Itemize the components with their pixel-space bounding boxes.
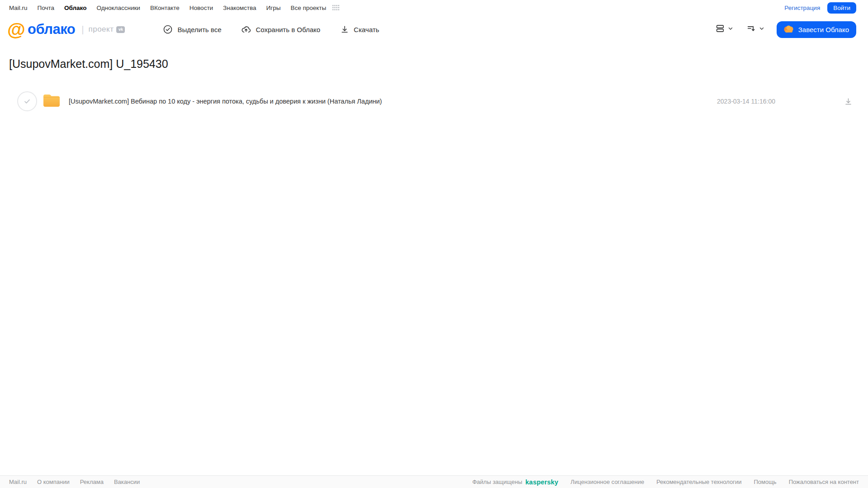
page-title: [UsupovMarket.com] U_195430 [9, 57, 868, 71]
file-name[interactable]: [UsupovMarket.com] Вебинар по 10 коду - … [69, 98, 382, 105]
cloud-logo[interactable]: @ облако | проект vk [7, 20, 125, 38]
select-all-button[interactable]: Выделить все [163, 24, 221, 34]
all-projects-grid-icon[interactable] [332, 5, 339, 10]
file-toolbar: Выделить все Сохранить в Облако Скачать [163, 24, 379, 34]
create-cloud-button[interactable]: Завести Облако [777, 21, 856, 38]
row-checkbox[interactable] [17, 91, 37, 111]
topbar-link-mail[interactable]: Почта [38, 5, 55, 11]
vk-badge-icon: vk [116, 26, 125, 33]
save-to-cloud-label: Сохранить в Облако [256, 26, 320, 33]
cloud-upload-icon [241, 24, 251, 34]
sort-icon [746, 24, 756, 35]
portal-topbar: Mail.ru Почта Облако Одноклассники ВКонт… [0, 0, 868, 15]
footer: Mail.ru О компании Реклама Вакансии Файл… [0, 475, 868, 488]
topbar-link-dating[interactable]: Знакомства [223, 5, 256, 11]
select-all-label: Выделить все [177, 26, 221, 33]
topbar-link-games[interactable]: Игры [266, 5, 281, 11]
file-row[interactable]: [UsupovMarket.com] Вебинар по 10 коду - … [0, 89, 868, 114]
folder-icon [43, 93, 61, 110]
footer-link-jobs[interactable]: Вакансии [114, 479, 140, 485]
download-label: Скачать [354, 26, 379, 33]
topbar-auth-area: Регистрация Войти [784, 2, 856, 14]
mailru-at-icon: @ [7, 20, 25, 38]
footer-link-about[interactable]: О компании [37, 479, 70, 485]
footer-link-mailru[interactable]: Mail.ru [9, 479, 27, 485]
view-mode-toggle[interactable] [715, 24, 734, 35]
kaspersky-logo[interactable]: kaspersky [526, 479, 559, 486]
cloud-logo-text: облако [28, 21, 75, 38]
file-date: 2023-03-14 11:16:00 [717, 98, 775, 105]
chevron-down-icon [759, 25, 765, 33]
save-to-cloud-button[interactable]: Сохранить в Облако [241, 24, 320, 34]
topbar-link-odnoklassniki[interactable]: Одноклассники [96, 5, 140, 11]
download-icon [340, 25, 349, 34]
logo-separator: | [81, 24, 84, 35]
check-circle-icon [163, 24, 173, 34]
topbar-link-cloud[interactable]: Облако [64, 5, 86, 11]
footer-link-report-content[interactable]: Пожаловаться на контент [789, 479, 859, 485]
footer-right-links: Файлы защищены kaspersky Лицензионное со… [472, 479, 859, 486]
list-view-icon [715, 24, 725, 35]
topbar-link-news[interactable]: Новости [190, 5, 213, 11]
footer-link-license[interactable]: Лицензионное соглашение [570, 479, 644, 485]
topbar-link-all-projects[interactable]: Все проекты [290, 5, 326, 11]
kaspersky-protected-label: Файлы защищены [472, 479, 522, 485]
footer-link-recommendation-tech[interactable]: Рекомендательные технологии [656, 479, 741, 485]
footer-link-help[interactable]: Помощь [754, 479, 776, 485]
check-icon [23, 97, 32, 106]
sort-order-toggle[interactable] [746, 24, 765, 35]
row-download-icon[interactable] [844, 97, 853, 106]
cloud-header-bar: @ облако | проект vk Выделить все Сохран… [0, 15, 868, 43]
footer-link-ads[interactable]: Реклама [80, 479, 104, 485]
topbar-link-mailru[interactable]: Mail.ru [9, 5, 28, 11]
chevron-down-icon [727, 25, 734, 33]
registration-link[interactable]: Регистрация [784, 5, 820, 11]
login-button[interactable]: Войти [827, 2, 856, 14]
kaspersky-protection: Файлы защищены kaspersky [472, 479, 558, 486]
create-cloud-label: Завести Облако [798, 26, 849, 33]
project-label: проект [88, 25, 114, 34]
header-right-controls: Завести Облако [715, 21, 856, 38]
topbar-link-vkontakte[interactable]: ВКонтакте [150, 5, 180, 11]
cloud-icon [784, 25, 794, 34]
download-button[interactable]: Скачать [340, 25, 379, 34]
